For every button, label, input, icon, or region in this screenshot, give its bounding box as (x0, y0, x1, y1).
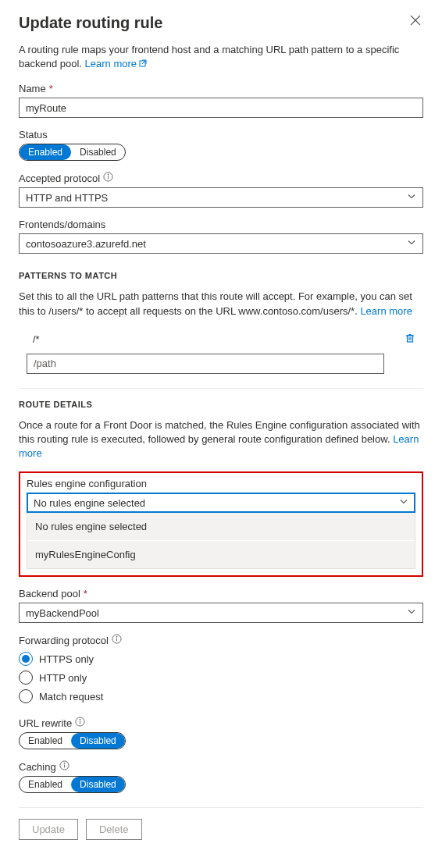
patterns-learn-more-link[interactable]: Learn more (360, 305, 412, 317)
rules-engine-select[interactable]: No rules engine selected (27, 493, 415, 513)
delete-icon[interactable] (405, 333, 415, 346)
svg-point-17 (80, 720, 80, 720)
footer: Update Delete (19, 807, 423, 840)
rules-engine-option[interactable]: No rules engine selected (27, 513, 415, 540)
radio-icon (19, 652, 33, 666)
forwarding-protocol-option-label: Match request (39, 691, 103, 703)
required-indicator: * (49, 83, 53, 94)
backend-pool-value: myBackendPool (26, 607, 99, 619)
info-icon[interactable] (75, 717, 85, 729)
forwarding-protocol-option[interactable]: Match request (19, 687, 423, 706)
forwarding-protocol-label-text: Forwarding protocol (19, 635, 109, 646)
frontends-select[interactable]: contosoazure3.azurefd.net (19, 233, 423, 254)
close-icon[interactable] (409, 14, 423, 28)
radio-icon (19, 689, 33, 703)
route-heading: ROUTE DETAILS (19, 388, 423, 409)
forwarding-protocol-option[interactable]: HTTPS only (19, 649, 423, 668)
caching-label: Caching (19, 760, 423, 773)
backend-pool-select[interactable]: myBackendPool (19, 603, 423, 623)
chevron-down-icon (407, 607, 416, 619)
name-label-text: Name (19, 83, 46, 94)
status-disabled-option[interactable]: Disabled (71, 144, 125, 160)
url-rewrite-label: URL rewrite (19, 717, 423, 729)
patterns-heading: PATTERNS TO MATCH (19, 271, 423, 280)
frontends-value: contosoazure3.azurefd.net (26, 238, 146, 250)
pattern-row: /* (19, 329, 423, 350)
svg-point-20 (64, 763, 65, 764)
svg-point-14 (116, 637, 117, 638)
pattern-value: /* (33, 333, 40, 345)
rules-engine-label: Rules engine configuration (27, 478, 415, 489)
intro-learn-more-label: Learn more (85, 58, 137, 69)
url-rewrite-toggle[interactable]: Enabled Disabled (19, 732, 126, 749)
url-rewrite-label-text: URL rewrite (19, 717, 72, 729)
required-indicator: * (84, 588, 87, 599)
forwarding-protocol-option-label: HTTP only (39, 672, 87, 684)
rules-engine-value: No rules engine selected (34, 497, 145, 509)
patterns-desc-text: Set this to all the URL path patterns th… (19, 290, 412, 316)
caching-disabled-option[interactable]: Disabled (71, 777, 125, 792)
frontends-label: Frontends/domains (19, 219, 423, 230)
info-icon[interactable] (103, 172, 113, 184)
backend-pool-label: Backend pool * (19, 588, 423, 599)
rules-engine-highlight: Rules engine configuration No rules engi… (19, 471, 423, 577)
accepted-protocol-select[interactable]: HTTP and HTTPS (19, 187, 423, 208)
radio-icon (19, 671, 33, 685)
route-desc: Once a route for a Front Door is matched… (19, 418, 423, 461)
caching-enabled-option[interactable]: Enabled (20, 777, 71, 792)
forwarding-protocol-option[interactable]: HTTP only (19, 668, 423, 687)
backend-pool-label-text: Backend pool (19, 588, 80, 599)
name-input[interactable] (19, 98, 423, 118)
url-rewrite-enabled-option[interactable]: Enabled (20, 733, 71, 749)
chevron-down-icon (407, 192, 416, 204)
route-desc-text: Once a route for a Front Door is matched… (19, 419, 420, 445)
forwarding-protocol-label: Forwarding protocol (19, 634, 423, 646)
intro-text: A routing rule maps your frontend host a… (19, 43, 423, 72)
name-label: Name * (19, 83, 423, 94)
status-label: Status (19, 129, 423, 141)
forwarding-protocol-option-label: HTTPS only (39, 653, 94, 665)
accepted-protocol-label: Accepted protocol (19, 172, 423, 184)
caching-label-text: Caching (19, 761, 56, 773)
chevron-down-icon (407, 238, 416, 250)
url-rewrite-disabled-option[interactable]: Disabled (71, 733, 125, 749)
delete-button[interactable]: Delete (86, 819, 142, 840)
rules-engine-option[interactable]: myRulesEngineConfig (27, 540, 415, 568)
intro-text-body: A routing rule maps your frontend host a… (19, 44, 399, 69)
pattern-path-input[interactable] (27, 354, 384, 374)
patterns-desc: Set this to all the URL path patterns th… (19, 290, 423, 318)
accepted-protocol-value: HTTP and HTTPS (26, 192, 108, 204)
external-link-icon (138, 58, 148, 72)
page-title: Update routing rule (19, 14, 162, 32)
update-button[interactable]: Update (19, 819, 78, 840)
intro-learn-more-link[interactable]: Learn more (85, 58, 148, 69)
rules-engine-dropdown: No rules engine selected myRulesEngineCo… (27, 513, 415, 569)
info-icon[interactable] (112, 634, 122, 646)
info-icon[interactable] (59, 760, 70, 773)
caching-toggle[interactable]: Enabled Disabled (19, 776, 126, 793)
accepted-protocol-label-text: Accepted protocol (19, 173, 100, 184)
svg-point-6 (108, 175, 109, 176)
status-toggle[interactable]: Enabled Disabled (19, 144, 126, 161)
chevron-down-icon (399, 497, 408, 509)
svg-rect-7 (408, 336, 413, 342)
status-enabled-option[interactable]: Enabled (20, 144, 71, 160)
